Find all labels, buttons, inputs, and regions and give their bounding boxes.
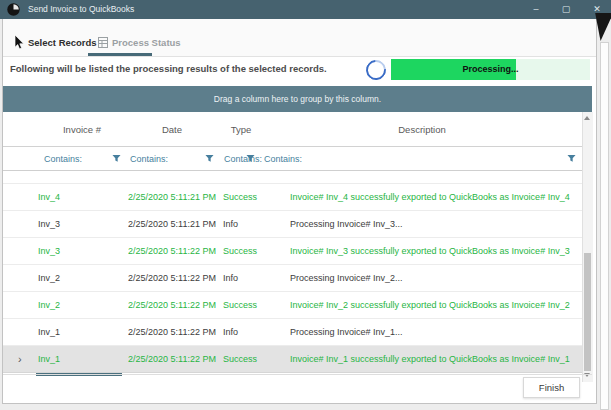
cell-type: Success <box>223 292 263 319</box>
window-title: Send Invoice to QuickBooks <box>28 0 134 19</box>
table-row[interactable]: Inv_3 2/25/2020 5:11:21 PM Info Processi… <box>3 211 582 238</box>
cell-date: 2/25/2020 5:11:22 PM <box>128 265 218 292</box>
table-row[interactable]: Inv_1 2/25/2020 5:11:22 PM Info Processi… <box>3 319 582 346</box>
maximize-button[interactable]: ▢ <box>557 0 575 19</box>
filter-input-description[interactable]: Contains: <box>264 153 302 165</box>
cell-invoice: Inv_3 <box>38 238 123 265</box>
progress-label: Processing... <box>391 59 590 80</box>
table-row[interactable]: Inv_4 2/25/2020 5:11:21 PM Success Invoi… <box>3 184 582 211</box>
cell-invoice: Inv_1 <box>38 346 123 373</box>
progress-bar: Processing... <box>391 59 590 80</box>
status-info-text: Following will be listed the processing … <box>10 63 327 74</box>
titlebar[interactable]: Send Invoice to QuickBooks – ▢ ✕ <box>0 0 611 19</box>
scroll-up-arrow-icon[interactable] <box>584 116 590 120</box>
finish-button[interactable]: Finish <box>523 377 580 398</box>
cell-date: 2/25/2020 5:11:22 PM <box>128 346 218 373</box>
cell-type: Success <box>223 346 263 373</box>
filter-funnel-icon[interactable] <box>112 154 121 163</box>
grid-header-row: Invoice # Date Type Description <box>3 112 582 147</box>
cell-date: 2/25/2020 5:11:22 PM <box>128 238 218 265</box>
cell-description: Invoice# Inv_3 successfully exported to … <box>290 238 580 265</box>
grid-filter-row: Contains: Contains: Contains: Contains: <box>3 147 582 171</box>
outer-scrollbar[interactable] <box>600 42 609 410</box>
minimize-button[interactable]: – <box>527 0 545 19</box>
grid-bottom-divider <box>3 374 592 375</box>
active-tab-underline <box>88 53 152 56</box>
cell-invoice: Inv_2 <box>38 292 123 319</box>
table-row[interactable]: Inv_2 2/25/2020 5:11:22 PM Success Invoi… <box>3 292 582 319</box>
cell-description: Invoice# Inv_4 successfully exported to … <box>290 184 580 211</box>
cell-type: Info <box>223 319 263 346</box>
filter-input-invoice[interactable]: Contains: <box>44 153 82 165</box>
column-header-description[interactable]: Description <box>263 124 581 136</box>
cell-invoice: Inv_3 <box>38 211 123 238</box>
column-header-invoice[interactable]: Invoice # <box>39 124 125 136</box>
cell-description: Invoice# Inv_2 successfully exported to … <box>290 292 580 319</box>
group-by-drop-zone[interactable]: Drag a column here to group by this colu… <box>3 86 592 112</box>
cell-description: Processing Invoice# Inv_1... <box>290 319 580 346</box>
cell-date: 2/25/2020 5:11:22 PM <box>128 292 218 319</box>
cell-type: Info <box>223 211 263 238</box>
column-header-date[interactable]: Date <box>125 124 219 136</box>
column-header-type[interactable]: Type <box>219 124 263 136</box>
tab-process-status[interactable]: Process Status <box>112 36 181 50</box>
cell-description: Processing Invoice# Inv_2... <box>290 265 580 292</box>
cell-description: Processing Invoice# Inv_3... <box>290 211 580 238</box>
cell-invoice: Inv_2 <box>38 265 123 292</box>
filter-funnel-icon[interactable] <box>567 154 576 163</box>
cell-type: Success <box>223 238 263 265</box>
screen: Send Invoice to QuickBooks – ▢ ✕ Select … <box>0 0 611 410</box>
filter-input-date[interactable]: Contains: <box>130 153 168 165</box>
vertical-scrollbar-thumb[interactable] <box>584 253 591 371</box>
cell-invoice: Inv_1 <box>38 319 123 346</box>
cell-date: 2/25/2020 5:11:22 PM <box>128 319 218 346</box>
table-row-selected[interactable]: › Inv_1 2/25/2020 5:11:22 PM Success Inv… <box>3 346 582 373</box>
cell-type: Success <box>223 184 263 211</box>
cell-type: Info <box>223 265 263 292</box>
table-row[interactable]: Inv_3 2/25/2020 5:11:22 PM Success Invoi… <box>3 238 582 265</box>
partially-scrolled-row <box>3 171 582 184</box>
filter-funnel-icon[interactable] <box>205 154 214 163</box>
tab-select-records[interactable]: Select Records <box>28 36 97 50</box>
filter-funnel-icon[interactable] <box>246 154 255 163</box>
cell-date: 2/25/2020 5:11:21 PM <box>128 211 218 238</box>
cell-date: 2/25/2020 5:11:21 PM <box>128 184 218 211</box>
table-row[interactable]: Inv_2 2/25/2020 5:11:22 PM Info Processi… <box>3 265 582 292</box>
filter-input-type[interactable]: Contains: <box>224 153 262 165</box>
cell-invoice: Inv_4 <box>38 184 123 211</box>
expand-row-chevron-icon[interactable]: › <box>18 346 28 373</box>
cell-description: Invoice# Inv_1 successfully exported to … <box>290 346 580 373</box>
mouse-cursor-icon <box>14 35 26 50</box>
process-status-icon <box>98 37 108 48</box>
app-icon <box>7 3 20 16</box>
